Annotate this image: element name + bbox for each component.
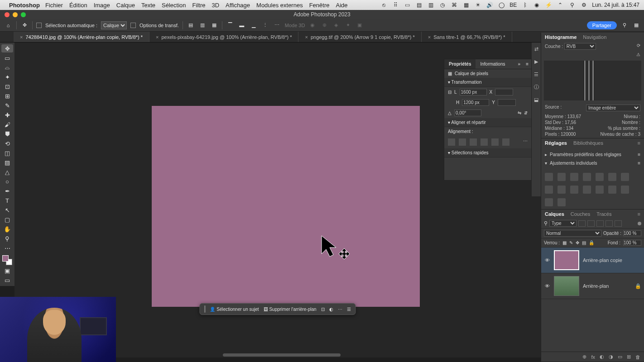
bluetooth-icon[interactable]: ᛒ: [521, 1, 529, 9]
align-middle-icon[interactable]: ▬: [238, 21, 246, 29]
threshold-icon[interactable]: [621, 186, 629, 194]
screen-icon[interactable]: ▭: [404, 1, 411, 9]
height-field[interactable]: [462, 99, 489, 106]
3d-icon-5[interactable]: ▣: [356, 21, 364, 29]
adjustment-icon[interactable]: ◐: [329, 307, 333, 312]
opacity-field[interactable]: [623, 230, 641, 236]
tab-0[interactable]: ×74288410.jpg @ 100% (Arrière-plan copie…: [14, 32, 149, 42]
layer-row[interactable]: 👁 Arrière-plan copie: [541, 248, 644, 273]
app-icon[interactable]: ▦: [462, 1, 470, 9]
blend-mode-select[interactable]: Normal: [544, 230, 601, 237]
filter-type-select[interactable]: Type: [549, 220, 577, 227]
panel-icon-4[interactable]: ⓘ: [533, 83, 540, 90]
color-swatch[interactable]: [2, 255, 12, 265]
heal-tool[interactable]: ✚: [1, 111, 13, 119]
tab-bibliotheques[interactable]: Bibliothèques: [573, 140, 603, 146]
battery-icon[interactable]: ⚡: [545, 1, 552, 9]
colorbalance-icon[interactable]: [621, 173, 629, 181]
gradient-icon[interactable]: [545, 198, 553, 206]
menu-filtre[interactable]: Filtre: [192, 2, 206, 9]
align-bottom-icon[interactable]: [502, 138, 509, 146]
more-tools[interactable]: ⋯: [1, 244, 13, 252]
auto-select-target[interactable]: Calque: [101, 21, 127, 29]
lock-nest-icon[interactable]: ▤: [582, 240, 586, 245]
notes-icon[interactable]: ▥: [427, 1, 434, 9]
menu-3d[interactable]: 3D: [211, 2, 219, 9]
x-field[interactable]: [495, 89, 513, 95]
lock-icon[interactable]: 🔒: [635, 283, 641, 289]
sync-icon[interactable]: ◉: [533, 1, 540, 9]
section-transformation[interactable]: ▾ Transformation: [444, 78, 531, 87]
search-icon[interactable]: ⚲: [568, 1, 576, 9]
distribute-icon[interactable]: ⋮: [261, 21, 269, 29]
close-tab-icon[interactable]: ×: [156, 34, 159, 40]
pen-tool[interactable]: ✒: [1, 187, 13, 195]
posterize-icon[interactable]: [608, 186, 616, 194]
control-center-icon[interactable]: ⚙: [580, 1, 587, 9]
source-select[interactable]: Image entière: [586, 105, 640, 111]
menu-fichier[interactable]: Fichier: [45, 2, 63, 9]
move-icon[interactable]: ✥: [20, 21, 29, 29]
search-icon[interactable]: ⚲: [620, 21, 629, 29]
brightness-icon[interactable]: [545, 173, 553, 181]
hand-tool[interactable]: ✋: [1, 225, 13, 233]
fill-field[interactable]: [623, 240, 641, 246]
filter-type-icon[interactable]: [596, 220, 604, 227]
gradient-tool[interactable]: ▨: [1, 158, 13, 167]
settings-icon[interactable]: ☰: [347, 307, 351, 312]
visibility-icon[interactable]: 👁: [544, 257, 550, 263]
lock-all-icon[interactable]: 🔒: [589, 240, 594, 245]
more-icon[interactable]: ⋯: [338, 307, 342, 312]
eyedropper-tool[interactable]: ✎: [1, 101, 13, 110]
layer-row[interactable]: 👁 Arrière-plan 🔒: [541, 273, 644, 299]
layer-thumb[interactable]: [554, 250, 579, 270]
3d-icon-2[interactable]: ⊕: [320, 21, 328, 29]
panel-menu-icon[interactable]: ≡: [638, 140, 640, 146]
vibrance-icon[interactable]: [596, 173, 604, 181]
align-right-icon[interactable]: [470, 138, 477, 146]
filter-adj-icon[interactable]: [587, 220, 595, 227]
bin-icon[interactable]: ⌘: [451, 1, 458, 9]
tab-informations[interactable]: Informations: [476, 59, 509, 69]
auto-select-checkbox[interactable]: [36, 23, 42, 28]
flip-v-icon[interactable]: ⇵: [524, 110, 528, 115]
flip-h-icon[interactable]: ⇋: [518, 110, 521, 115]
tab-histogram[interactable]: Histogramme: [545, 34, 577, 40]
menu-selection[interactable]: Sélection: [162, 2, 186, 9]
close-tab-icon[interactable]: ×: [20, 34, 23, 40]
tab-1[interactable]: ×pexels-pixabay-64219.jpg @ 100% (Arrièr…: [149, 32, 298, 42]
maximize-window-button[interactable]: [21, 12, 26, 17]
status-icon[interactable]: ⎋: [380, 1, 387, 9]
dropbox-icon[interactable]: ⠿: [392, 1, 399, 9]
panel-menu-icon[interactable]: ≡: [638, 211, 640, 217]
panel-icon-1[interactable]: ⇄: [533, 45, 540, 52]
menu-modules[interactable]: Modules externes: [256, 2, 303, 9]
adjust-layer-icon[interactable]: ◑: [609, 354, 613, 360]
horizontal-scrollbar[interactable]: [223, 353, 341, 357]
align-bottom-icon[interactable]: ▁: [250, 21, 258, 29]
filter-pixel-icon[interactable]: [578, 220, 586, 227]
layer-thumb[interactable]: [554, 276, 579, 296]
presets-row[interactable]: ▸Paramètres prédéfinis des réglages≡: [545, 150, 640, 159]
select-subject-button[interactable]: 👤 Sélectionner un sujet: [210, 307, 259, 312]
close-tab-icon[interactable]: ×: [428, 34, 431, 40]
be-icon[interactable]: BE: [509, 1, 517, 9]
dodge-tool[interactable]: ○: [1, 177, 13, 186]
new-layer-icon[interactable]: ⊞: [627, 354, 631, 360]
link-layers-icon[interactable]: ⊕: [582, 354, 586, 360]
colorlookup-icon[interactable]: [583, 186, 591, 194]
lock-pixel-icon[interactable]: ▦: [562, 240, 567, 245]
wand-tool[interactable]: ✦: [1, 73, 13, 81]
menu-texte[interactable]: Texte: [141, 2, 155, 9]
tab-navigation[interactable]: Navigation: [583, 34, 606, 40]
layer-name[interactable]: Arrière-plan copie: [583, 257, 622, 263]
trash-icon[interactable]: 🗑: [635, 354, 640, 360]
filter-shape-icon[interactable]: [606, 220, 613, 227]
group-icon[interactable]: ▭: [618, 354, 622, 360]
panel-icon-5[interactable]: ⬓: [533, 96, 540, 103]
y-field[interactable]: [498, 99, 516, 106]
align-top-icon[interactable]: ▔: [226, 21, 234, 29]
tab-couches[interactable]: Couches: [571, 211, 590, 217]
align-top-icon[interactable]: [481, 138, 488, 146]
menu-affichage[interactable]: Affichage: [226, 2, 250, 9]
